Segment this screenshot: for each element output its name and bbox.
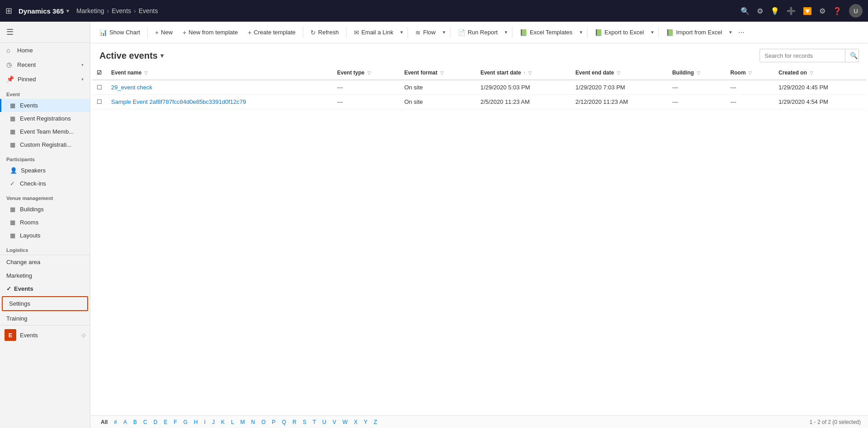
export-to-excel-button[interactable]: 📗 Export to Excel: [590, 27, 648, 38]
page-letter-#[interactable]: #: [111, 417, 120, 427]
flow-chevron[interactable]: ▾: [441, 27, 447, 37]
toolbar-more-button[interactable]: ···: [735, 26, 748, 39]
page-letter-K[interactable]: K: [218, 417, 228, 427]
page-letter-R[interactable]: R: [289, 417, 300, 427]
col-event-format[interactable]: Event format ▽: [400, 66, 476, 80]
page-letter-S[interactable]: S: [300, 417, 310, 427]
row-checkbox[interactable]: ☐: [92, 95, 107, 109]
page-letter-N[interactable]: N: [248, 417, 258, 427]
created-on-filter-icon[interactable]: ▽: [810, 70, 813, 75]
page-letter-Y[interactable]: Y: [361, 417, 371, 427]
event-format-filter-icon[interactable]: ▽: [440, 70, 444, 75]
page-letter-G[interactable]: G: [180, 417, 191, 427]
sidebar-item-buildings[interactable]: ▦ Buildings: [0, 203, 90, 216]
col-event-type[interactable]: Event type ▽: [333, 66, 400, 80]
sidebar-item-event-team-members[interactable]: ▦ Event Team Memb...: [0, 125, 90, 138]
page-letter-X[interactable]: X: [351, 417, 361, 427]
event-name-link[interactable]: 29_event check: [111, 84, 152, 91]
col-event-start-date[interactable]: Event start date ↑ ▽: [476, 66, 571, 80]
breadcrumb-events-2[interactable]: Events: [139, 7, 158, 14]
sidebar-item-rooms[interactable]: ▦ Rooms: [0, 216, 90, 229]
excel-templates-button[interactable]: 📗 Excel Templates: [515, 27, 577, 38]
page-letter-H[interactable]: H: [191, 417, 201, 427]
sidebar-item-custom-registrations[interactable]: ▦ Custom Registrati...: [0, 138, 90, 151]
page-letter-D[interactable]: D: [150, 417, 161, 427]
page-letter-J[interactable]: J: [209, 417, 218, 427]
event-name-link[interactable]: Sample Event 2af8f787fcc84d0e85bc3391d0f…: [111, 98, 246, 105]
event-end-date-filter-icon[interactable]: ▽: [617, 70, 620, 75]
sidebar-item-home[interactable]: ⌂ Home: [0, 43, 90, 57]
page-letter-L[interactable]: L: [228, 417, 237, 427]
show-chart-button[interactable]: 📊 Show Chart: [95, 27, 145, 38]
page-letter-T[interactable]: T: [310, 417, 319, 427]
new-from-template-button[interactable]: + New from template: [178, 27, 242, 38]
sidebar-item-speakers[interactable]: 👤 Speakers: [0, 164, 90, 177]
email-a-link-chevron[interactable]: ▾: [399, 27, 405, 37]
hamburger-button[interactable]: ☰: [0, 22, 90, 43]
select-all-checkbox[interactable]: ☑: [97, 70, 102, 76]
area-menu-settings[interactable]: Settings: [2, 296, 88, 311]
building-filter-icon[interactable]: ▽: [697, 70, 700, 75]
col-event-end-date[interactable]: Event end date ▽: [571, 66, 668, 80]
view-title[interactable]: Active events ▾: [99, 51, 164, 61]
import-chevron[interactable]: ▾: [727, 27, 734, 37]
room-filter-icon[interactable]: ▽: [748, 70, 752, 75]
area-menu-events[interactable]: ✓ Events: [0, 282, 90, 295]
page-letter-E[interactable]: E: [160, 417, 170, 427]
user-avatar[interactable]: U: [849, 4, 863, 18]
row-checkbox[interactable]: ☐: [92, 80, 107, 95]
flow-button[interactable]: ≋ Flow: [411, 27, 440, 38]
export-chevron[interactable]: ▾: [649, 27, 656, 37]
sidebar-item-event-registrations[interactable]: ▦ Event Registrations: [0, 112, 90, 125]
breadcrumb-events[interactable]: Events: [112, 7, 131, 14]
filter-icon[interactable]: 🔽: [803, 7, 812, 15]
gear-icon[interactable]: ⚙: [819, 7, 826, 15]
sidebar-item-recent[interactable]: ◷ Recent ▾: [0, 57, 90, 72]
area-menu-training[interactable]: Training: [0, 312, 90, 325]
sidebar-item-pinned[interactable]: 📌 Pinned ▾: [0, 72, 90, 86]
sidebar-item-check-ins[interactable]: ✓ Check-ins: [0, 177, 90, 190]
email-a-link-button[interactable]: ✉ Email a Link: [349, 27, 398, 38]
event-start-date-filter-icon[interactable]: ▽: [528, 70, 532, 75]
page-letter-C[interactable]: C: [140, 417, 150, 427]
brand[interactable]: Dynamics 365 ▾: [19, 7, 69, 15]
area-menu-marketing[interactable]: Marketing: [0, 269, 90, 282]
refresh-button[interactable]: ↻ Refresh: [306, 27, 343, 38]
run-report-chevron[interactable]: ▾: [503, 27, 509, 37]
search-input[interactable]: [760, 50, 845, 62]
page-letter-Z[interactable]: Z: [371, 417, 380, 427]
change-area-button[interactable]: Change area: [0, 255, 90, 269]
page-letter-B[interactable]: B: [130, 417, 140, 427]
settings-circle-icon[interactable]: ⚙: [757, 7, 763, 15]
search-icon[interactable]: 🔍: [741, 7, 750, 15]
create-template-button[interactable]: + Create template: [243, 27, 300, 38]
page-letter-A[interactable]: A: [120, 417, 130, 427]
page-letter-P[interactable]: P: [269, 417, 279, 427]
new-button[interactable]: + New: [150, 27, 177, 38]
search-button[interactable]: 🔍: [845, 49, 859, 62]
breadcrumb-marketing[interactable]: Marketing: [76, 7, 104, 14]
sidebar-item-events[interactable]: ▦ Events: [0, 99, 90, 112]
plus-icon[interactable]: ➕: [787, 7, 796, 15]
col-building[interactable]: Building ▽: [668, 66, 726, 80]
event-name-filter-icon[interactable]: ▽: [144, 70, 148, 75]
sidebar-item-layouts[interactable]: ▦ Layouts: [0, 229, 90, 242]
page-letter-All[interactable]: All: [98, 417, 111, 427]
col-created-on[interactable]: Created on ▽: [774, 66, 866, 80]
page-letter-O[interactable]: O: [258, 417, 269, 427]
run-report-button[interactable]: 📄 Run Report: [453, 27, 502, 38]
user-bar[interactable]: E Events ◇: [0, 325, 90, 344]
col-event-name[interactable]: Event name ▽: [107, 66, 333, 80]
page-letter-V[interactable]: V: [329, 417, 339, 427]
question-icon[interactable]: ❓: [833, 7, 842, 15]
page-letter-W[interactable]: W: [339, 417, 351, 427]
page-letter-Q[interactable]: Q: [279, 417, 289, 427]
page-letter-F[interactable]: F: [170, 417, 180, 427]
page-letter-M[interactable]: M: [237, 417, 248, 427]
page-letter-I[interactable]: I: [201, 417, 209, 427]
waffle-icon[interactable]: ⊞: [5, 6, 12, 16]
select-all-header[interactable]: ☑: [92, 66, 107, 80]
event-type-filter-icon[interactable]: ▽: [367, 70, 371, 75]
brand-chevron[interactable]: ▾: [66, 8, 69, 14]
page-letter-U[interactable]: U: [319, 417, 329, 427]
